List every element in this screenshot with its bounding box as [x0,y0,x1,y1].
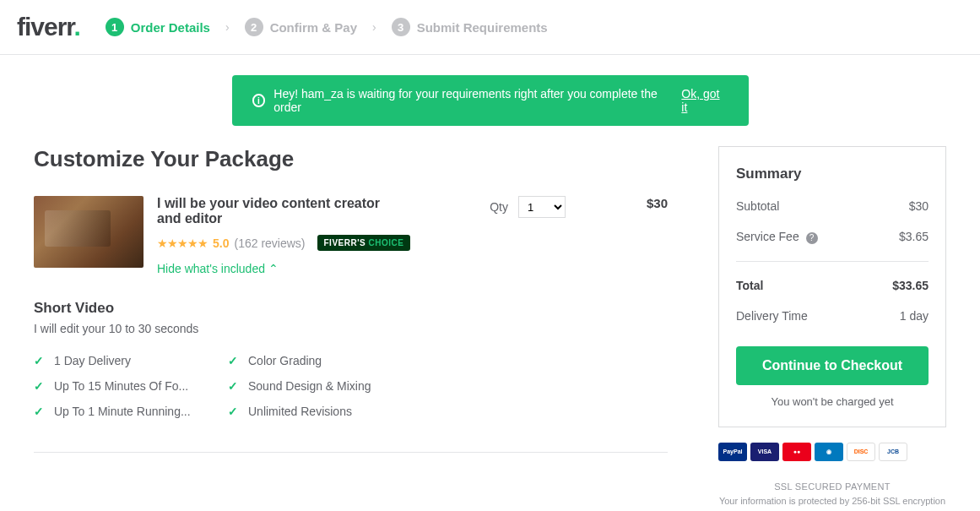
paypal-icon: PayPal [718,443,747,461]
step-number: 3 [392,18,410,36]
toggle-included-link[interactable]: Hide what's included ⌃ [157,262,279,275]
fee-label-text: Service Fee [736,230,799,243]
fee-label: Service Fee ? [736,230,818,244]
feature-label: Sound Design & Mixing [248,379,371,393]
feature-label: Unlimited Revisions [248,405,352,418]
step-submit-requirements: 3 Submit Requirements [392,18,548,36]
header: fiverr. 1 Order Details › 2 Confirm & Pa… [0,0,980,55]
feature-item: ✓ Up To 1 Minute Running... [34,405,211,418]
total-value: $33.65 [892,279,929,292]
subtotal-label: Subtotal [736,199,779,213]
page-title: Customize Your Package [34,146,668,172]
step-label: Order Details [131,20,210,35]
notice-dismiss-link[interactable]: Ok, got it [681,87,728,114]
check-icon: ✓ [34,405,44,418]
progress-steps: 1 Order Details › 2 Confirm & Pay › 3 Su… [106,18,548,36]
badge-suffix: CHOICE [369,238,404,247]
feature-item: ✓ Up To 15 Minutes Of Fo... [34,379,211,393]
step-number: 1 [106,18,124,36]
step-order-details[interactable]: 1 Order Details [106,18,210,36]
package-section: Short Video I will edit your 10 to 30 se… [34,300,668,418]
delivery-value: 1 day [900,309,929,323]
feature-label: Up To 15 Minutes Of Fo... [54,379,188,393]
badge-prefix: FIVERR'S [324,238,366,247]
summary-box: Summary Subtotal $30 Service Fee ? $3.65… [718,146,946,427]
summary-total-row: Total $33.65 [736,261,929,292]
total-label: Total [736,279,763,292]
check-icon: ✓ [34,354,44,367]
check-icon: ✓ [228,354,238,367]
charge-note: You won't be charged yet [736,395,929,408]
jcb-icon: JCB [879,443,907,461]
visa-icon: VISA [750,443,779,461]
info-icon: i [252,94,266,107]
check-icon: ✓ [228,379,238,393]
rating-row: ★★★★★ 5.0 (162 reviews) FIVERR'S CHOICE [157,235,476,251]
summary-fee-row: Service Fee ? $3.65 [736,230,929,244]
divider [34,452,668,453]
notice-banner: i Hey! ham_za is waiting for your requir… [232,75,749,126]
delivery-label: Delivery Time [736,309,808,323]
ssl-title: SSL SECURED PAYMENT [718,481,946,492]
chevron-right-icon: › [225,20,230,34]
help-icon[interactable]: ? [806,232,818,244]
feature-label: Up To 1 Minute Running... [54,405,191,418]
summary-subtotal-row: Subtotal $30 [736,199,929,213]
summary-title: Summary [736,166,929,182]
chevron-right-icon: › [372,20,376,34]
feature-item: ✓ Sound Design & Mixing [228,379,405,393]
checkout-button[interactable]: Continue to Checkout [736,346,929,385]
subtotal-value: $30 [909,199,929,213]
review-count: (162 reviews) [234,236,305,250]
main-content: Customize Your Package I will be your vi… [34,146,668,508]
gig-price: $30 [647,196,668,210]
feature-item: ✓ Color Grading [228,354,405,367]
logo[interactable]: fiverr. [17,13,80,41]
gig-thumbnail[interactable] [34,196,143,268]
star-icon: ★★★★★ [157,236,208,250]
discover-icon: DISC [847,443,875,461]
feature-item: ✓ Unlimited Revisions [228,405,405,418]
qty-label: Qty [490,200,508,214]
step-number: 2 [245,18,263,36]
logo-text: fiverr [17,13,73,41]
diners-icon: ◉ [815,443,843,461]
gig-title: I will be your video content creator and… [157,196,393,226]
fee-value: $3.65 [899,230,929,244]
features-grid: ✓ 1 Day Delivery ✓ Color Grading ✓ Up To… [34,354,668,418]
sidebar: Summary Subtotal $30 Service Fee ? $3.65… [718,146,946,508]
summary-delivery-row: Delivery Time 1 day [736,309,929,323]
qty-select[interactable]: 1 [518,196,566,218]
step-label: Submit Requirements [417,20,548,35]
package-name: Short Video [34,300,668,317]
check-icon: ✓ [228,405,238,418]
gig-row: I will be your video content creator and… [34,196,668,276]
chevron-up-icon: ⌃ [268,262,279,275]
feature-item: ✓ 1 Day Delivery [34,354,211,367]
toggle-label: Hide what's included [157,262,265,275]
mastercard-icon: ●● [782,443,811,461]
step-label: Confirm & Pay [270,20,357,35]
package-description: I will edit your 10 to 30 seconds [34,322,668,335]
ssl-description: Your information is protected by 256-bit… [718,495,946,508]
step-confirm-pay: 2 Confirm & Pay [245,18,357,36]
logo-dot: . [73,13,79,41]
payment-icons: PayPal VISA ●● ◉ DISC JCB [718,443,946,461]
fiverrs-choice-badge: FIVERR'S CHOICE [317,235,411,251]
feature-label: 1 Day Delivery [54,354,131,367]
check-icon: ✓ [34,379,44,393]
notice-text: Hey! ham_za is waiting for your requirem… [273,87,681,114]
rating-score: 5.0 [213,236,229,250]
feature-label: Color Grading [248,354,322,367]
